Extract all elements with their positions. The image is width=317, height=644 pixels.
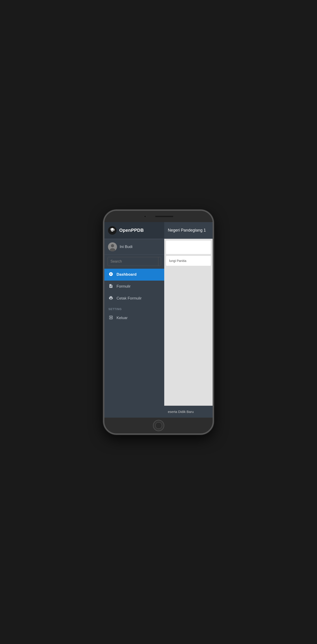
user-profile: Ini Budi xyxy=(104,239,164,254)
card-1 xyxy=(166,240,211,254)
sidebar-item-cetak-formulir[interactable]: Cetak Formulir xyxy=(104,292,164,304)
contact-card: lungi Panitia xyxy=(166,256,211,266)
svg-point-1 xyxy=(111,244,114,247)
home-button-inner xyxy=(155,422,162,429)
phone-screen: OpenPPDB Ini Budi xyxy=(104,222,212,418)
exit-icon xyxy=(108,315,114,321)
bottom-bar: eserta Didik Baru xyxy=(164,406,212,418)
sidebar-item-label-formulir: Formulir xyxy=(116,284,130,289)
sidebar-item-keluar[interactable]: Keluar xyxy=(104,312,164,324)
search-input[interactable] xyxy=(108,257,158,266)
sidebar-item-label-keluar: Keluar xyxy=(116,316,128,320)
app-logo xyxy=(108,226,116,235)
phone-top-bar xyxy=(104,211,212,222)
app-title: OpenPPDB xyxy=(119,228,144,233)
front-camera xyxy=(144,215,146,218)
main-gray-area: lungi Panitia xyxy=(164,239,212,406)
speaker-grille xyxy=(155,216,173,217)
main-content-area: Negeri Pandeglang 1 lungi Panitia eserta… xyxy=(164,222,212,418)
volume-up-button[interactable] xyxy=(103,252,104,265)
settings-nav-list: Keluar xyxy=(104,312,164,324)
bottom-text: eserta Didik Baru xyxy=(168,410,194,414)
home-button[interactable] xyxy=(153,420,164,431)
search-button[interactable] xyxy=(158,257,161,266)
sidebar-drawer: OpenPPDB Ini Budi xyxy=(104,222,164,418)
main-header: Negeri Pandeglang 1 xyxy=(164,222,212,239)
print-icon xyxy=(108,296,114,301)
mute-button[interactable] xyxy=(103,242,104,249)
graduation-icon xyxy=(110,227,115,233)
large-gray-block xyxy=(166,268,211,404)
settings-section-label: SETTING xyxy=(104,304,164,312)
sidebar-item-formulir[interactable]: Formulir xyxy=(104,280,164,292)
volume-down-button[interactable] xyxy=(103,268,104,280)
phone-frame: OpenPPDB Ini Budi xyxy=(103,210,214,435)
sidebar-item-label-dashboard: Dashboard xyxy=(116,272,136,277)
nav-list: Dashboard Formulir xyxy=(104,269,164,304)
school-name: Negeri Pandeglang 1 xyxy=(168,228,206,233)
app-name-prefix: Open xyxy=(119,228,131,233)
dashboard-icon xyxy=(108,272,114,278)
phone-bottom xyxy=(104,418,212,434)
user-name: Ini Budi xyxy=(120,244,132,249)
form-icon xyxy=(108,284,114,289)
app-name-suffix: PPDB xyxy=(131,228,144,233)
avatar xyxy=(108,242,117,251)
sidebar-header: OpenPPDB xyxy=(104,222,164,239)
search-section xyxy=(104,255,164,269)
sidebar-item-label-cetak-formulir: Cetak Formulir xyxy=(116,296,142,300)
contact-text: lungi Panitia xyxy=(169,259,186,262)
sidebar-item-dashboard[interactable]: Dashboard xyxy=(104,269,164,280)
power-button[interactable] xyxy=(213,247,214,258)
search-input-wrapper xyxy=(108,257,161,266)
